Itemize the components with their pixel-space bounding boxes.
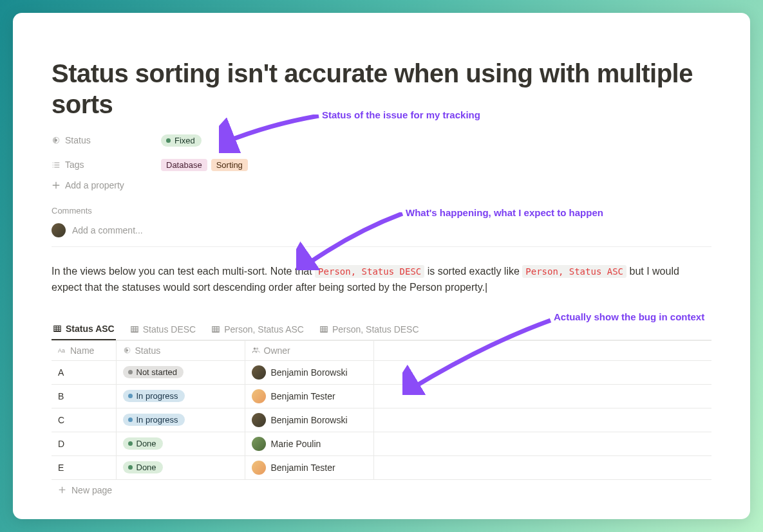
- plus-icon: [58, 486, 66, 494]
- table-row[interactable]: EDoneBenjamin Tester: [52, 455, 711, 479]
- avatar: [252, 437, 266, 451]
- text-icon: Aa: [58, 346, 66, 354]
- svg-point-4: [256, 347, 258, 350]
- tag-sorting[interactable]: Sorting: [211, 159, 248, 171]
- cell-empty[interactable]: [373, 455, 711, 479]
- property-value-status[interactable]: Fixed: [161, 134, 202, 147]
- cell-name[interactable]: A: [52, 360, 116, 384]
- status-pill[interactable]: In progress: [123, 414, 185, 426]
- cell-name[interactable]: D: [52, 432, 116, 455]
- comment-input[interactable]: Add a comment...: [52, 223, 711, 247]
- cell-name[interactable]: C: [52, 408, 116, 432]
- property-row-tags[interactable]: Tags Database Sorting: [52, 156, 711, 174]
- list-icon: [52, 160, 61, 169]
- cell-status[interactable]: Done: [116, 432, 245, 455]
- property-key-tags: Tags: [52, 160, 161, 170]
- body-paragraph[interactable]: In the views below you can test each mul…: [52, 264, 711, 296]
- avatar: [52, 223, 66, 237]
- cell-owner[interactable]: Benjamin Tester: [245, 455, 373, 479]
- status-pill[interactable]: Not started: [123, 366, 184, 378]
- table-icon: [319, 325, 328, 334]
- property-key-status: Status: [52, 135, 161, 145]
- avatar: [252, 389, 266, 403]
- column-header-status[interactable]: Status: [116, 340, 245, 360]
- cell-owner[interactable]: Benjamin Tester: [245, 384, 373, 408]
- cell-name[interactable]: B: [52, 384, 116, 408]
- table-icon: [53, 324, 62, 333]
- property-value-tags[interactable]: Database Sorting: [161, 159, 248, 171]
- new-page-row[interactable]: New page: [52, 479, 711, 500]
- tag-database[interactable]: Database: [161, 159, 207, 171]
- cell-name[interactable]: E: [52, 455, 116, 479]
- comment-placeholder: Add a comment...: [72, 225, 143, 235]
- page-title: Status sorting isn't accurate when using…: [52, 58, 711, 120]
- new-page-label: New page: [71, 485, 112, 495]
- cell-empty[interactable]: [373, 360, 711, 384]
- avatar: [252, 365, 266, 380]
- tab-person-status-desc[interactable]: Person, Status DESC: [318, 320, 420, 340]
- status-pill[interactable]: Done: [123, 437, 163, 450]
- add-property-button[interactable]: Add a property: [52, 180, 711, 190]
- tab-person-status-asc[interactable]: Person, Status ASC: [210, 320, 305, 340]
- cell-owner[interactable]: Marie Poulin: [245, 432, 373, 455]
- property-label: Tags: [65, 160, 84, 170]
- inline-code: Person, Status ASC: [522, 265, 626, 278]
- svg-point-0: [55, 139, 57, 142]
- cell-owner[interactable]: Benjamin Borowski: [245, 408, 373, 432]
- database-table: AaName Status Owner ANot startedBenjamin…: [52, 340, 711, 500]
- table-icon: [211, 325, 220, 334]
- svg-text:Aa: Aa: [58, 347, 65, 354]
- avatar: [252, 413, 266, 427]
- table-row[interactable]: DDoneMarie Poulin: [52, 432, 711, 455]
- column-header-empty[interactable]: [373, 340, 711, 360]
- cell-empty[interactable]: [373, 432, 711, 455]
- avatar: [252, 461, 266, 475]
- property-row-status[interactable]: Status Fixed: [52, 131, 711, 149]
- tab-status-asc[interactable]: Status ASC: [52, 320, 116, 340]
- page-card: Status sorting isn't accurate when using…: [13, 13, 750, 519]
- cell-status[interactable]: In progress: [116, 384, 245, 408]
- view-tabs: Status ASC Status DESC Person, Status AS…: [52, 319, 711, 340]
- svg-point-2: [126, 349, 127, 351]
- column-header-name[interactable]: AaName: [52, 340, 116, 360]
- cell-owner[interactable]: Benjamin Borowski: [245, 360, 373, 384]
- table-row[interactable]: ANot startedBenjamin Borowski: [52, 360, 711, 384]
- cell-empty[interactable]: [373, 384, 711, 408]
- status-pill-fixed[interactable]: Fixed: [161, 134, 202, 147]
- cell-status[interactable]: In progress: [116, 408, 245, 432]
- inline-code: Person, Status DESC: [315, 265, 424, 278]
- column-header-owner[interactable]: Owner: [245, 340, 373, 360]
- cell-status[interactable]: Not started: [116, 360, 245, 384]
- plus-icon: [52, 181, 61, 190]
- status-pill[interactable]: In progress: [123, 390, 185, 402]
- table-header-row: AaName Status Owner: [52, 340, 711, 360]
- table-icon: [130, 325, 139, 334]
- cell-status[interactable]: Done: [116, 455, 245, 479]
- cell-empty[interactable]: [373, 408, 711, 432]
- svg-point-3: [253, 347, 256, 350]
- people-icon: [252, 346, 260, 354]
- table-row[interactable]: CIn progressBenjamin Borowski: [52, 408, 711, 432]
- add-property-label: Add a property: [65, 180, 124, 190]
- status-icon: [123, 346, 131, 354]
- text-caret: [485, 282, 487, 293]
- status-icon: [52, 136, 61, 145]
- property-label: Status: [65, 135, 91, 145]
- status-pill[interactable]: Done: [123, 461, 163, 473]
- table-row[interactable]: BIn progressBenjamin Tester: [52, 384, 711, 408]
- comments-heading: Comments: [52, 206, 711, 216]
- tab-status-desc[interactable]: Status DESC: [129, 320, 197, 340]
